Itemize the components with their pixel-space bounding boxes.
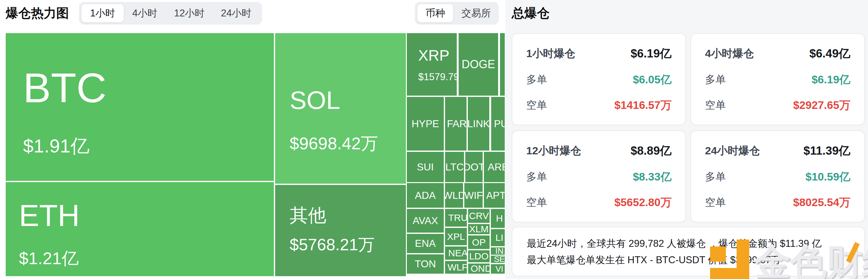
treemap-cell-vi[interactable]: VI — [491, 264, 505, 274]
card-title: 12小时爆仓 — [526, 144, 581, 158]
treemap-cell-label: WIF — [464, 190, 483, 201]
treemap-cell-wif[interactable]: WIF — [464, 183, 483, 208]
treemap-cell-ondo[interactable]: ONDO — [468, 264, 490, 274]
treemap-cell-label: ARB — [488, 161, 505, 173]
treemap-cell-link[interactable]: LINK — [468, 97, 489, 150]
summary-note-card: 最近24小时，全球共有 299,782 人被爆仓 ，爆仓总金额为 $11.39 … — [512, 226, 865, 276]
treemap-cell-label: APT — [486, 190, 505, 201]
liquidation-card-2: 12小时爆仓$8.89亿多单$8.33亿空单$5652.80万 — [512, 130, 686, 222]
treemap-cell-doge[interactable]: DOGE — [459, 33, 498, 96]
view-toggle-group: 币种交易所 — [415, 2, 499, 25]
treemap-cell-label: OP — [472, 237, 486, 248]
treemap-cell-hype[interactable]: HYPE — [407, 97, 444, 150]
card-short-value: $2927.65万 — [793, 98, 850, 113]
treemap-cell-xlm[interactable]: XLM — [468, 224, 490, 234]
treemap-cell-pump[interactable]: PUMP — [491, 97, 505, 150]
treemap-cell-ton[interactable]: TON — [407, 254, 444, 274]
treemap-cell-label: SE — [494, 256, 505, 263]
treemap-cell-arb[interactable]: ARB — [484, 152, 505, 182]
treemap-cell-li[interactable]: LI — [491, 229, 505, 246]
liquidation-card-0: 1小时爆仓$6.19亿多单$6.05亿空单$1416.57万 — [512, 33, 686, 125]
treemap-cell-label: DOGE — [462, 58, 495, 71]
card-long-value: $6.05亿 — [633, 72, 672, 87]
treemap-cell-avax[interactable]: AVAX — [407, 209, 444, 233]
treemap-cell-label: NEAR — [448, 248, 467, 258]
page-title: 爆仓热力图 — [6, 4, 69, 22]
card-long-label: 多单 — [705, 170, 726, 184]
treemap-cell-label: BTC — [23, 65, 274, 111]
treemap-cell-label: SUI — [417, 161, 434, 173]
treemap-cell-in[interactable]: IN — [491, 247, 505, 255]
treemap-cell-crv[interactable]: CRV — [468, 209, 490, 223]
treemap-cell-label: LINK — [468, 118, 489, 130]
treemap-cell-label: WLD — [445, 190, 463, 201]
treemap-cell-wlfi[interactable]: WLFI — [445, 261, 467, 274]
card-total-value: $8.89亿 — [630, 143, 672, 159]
treemap-cell-value: $9698.42万 — [290, 132, 406, 155]
note-line-2: 最大单笔爆仓单发生在 HTX - BTC-USDT 价值 $3399.87万 — [527, 252, 850, 268]
treemap-cell-ldo[interactable]: LDO — [468, 250, 490, 262]
treemap-cell-其他[interactable]: 其他$5768.21万 — [275, 185, 406, 276]
treemap-cell-label: CRV — [469, 211, 489, 221]
card-short-label: 空单 — [705, 195, 726, 210]
treemap-cell-sol[interactable]: SOL$9698.42万 — [275, 33, 406, 184]
card-total-value: $6.49亿 — [809, 46, 850, 62]
card-long-value: $10.59亿 — [805, 170, 850, 184]
liquidation-card-1: 4小时爆仓$6.49亿多单$6.19亿空单$2927.65万 — [690, 33, 865, 125]
treemap-cell-near[interactable]: NEAR — [445, 246, 467, 260]
treemap-cell-label: IN — [495, 247, 503, 255]
treemap-cell-eth[interactable]: ETH$1.21亿 — [6, 182, 274, 276]
liquidation-dashboard: { "header": { "title": "爆仓热力图", "tabs": … — [0, 0, 868, 279]
treemap-cell-label: LDO — [469, 251, 489, 261]
treemap-cell-label: 其他 — [290, 205, 406, 226]
time-tab-group: 1小时4小时12小时24小时 — [79, 2, 262, 25]
treemap-cell-xpl[interactable]: XPL — [445, 228, 467, 245]
treemap-cell-value: $1.91亿 — [23, 134, 274, 159]
time-tab-1[interactable]: 4小时 — [124, 4, 166, 23]
treemap-cell-ltc[interactable]: LTC — [445, 152, 464, 182]
card-short-label: 空单 — [526, 98, 547, 112]
treemap-cell-se[interactable]: SE — [491, 256, 505, 263]
treemap-cell-value: $5768.21万 — [290, 234, 406, 256]
card-long-label: 多单 — [526, 73, 547, 87]
treemap-cell-label: HYPE — [411, 118, 439, 130]
treemap-cell-label: TRUMP — [448, 212, 467, 223]
treemap-cell-op[interactable]: OP — [468, 236, 490, 249]
liquidation-card-3: 24小时爆仓$11.39亿多单$10.59亿空单$8025.54万 — [690, 130, 865, 222]
treemap-cell-label: WLFI — [447, 262, 467, 273]
time-tab-0[interactable]: 1小时 — [82, 4, 124, 23]
treemap-cell-label: H — [496, 213, 503, 224]
treemap-cell-ena[interactable]: ENA — [407, 234, 444, 253]
view-toggle-0[interactable]: 币种 — [417, 4, 453, 23]
treemap-cell-dot[interactable]: DOT — [465, 152, 483, 182]
treemap-cell-trump[interactable]: TRUMP — [445, 209, 467, 226]
card-short-value: $8025.54万 — [793, 195, 850, 210]
liquidation-treemap: BTC$1.91亿ETH$1.21亿SOL$9698.42万其他$5768.21… — [6, 33, 505, 276]
treemap-cell-fartcoin[interactable]: FARTCOIN — [445, 97, 467, 150]
note-line-1: 最近24小时，全球共有 299,782 人被爆仓 ，爆仓总金额为 $11.39 … — [527, 236, 850, 252]
treemap-cell-sui[interactable]: SUI — [407, 152, 444, 182]
view-toggle-1[interactable]: 交易所 — [453, 4, 499, 23]
treemap-cell-ada[interactable]: ADA — [407, 183, 444, 208]
treemap-cell-label: AVAX — [412, 215, 438, 226]
treemap-cell-xrp[interactable]: XRP$1579.79万 — [407, 33, 457, 96]
card-short-label: 空单 — [526, 195, 547, 210]
treemap-cell-apt[interactable]: APT — [484, 183, 505, 208]
treemap-cell-blank[interactable] — [500, 33, 505, 96]
treemap-cell-h[interactable]: H — [491, 209, 505, 228]
time-tab-2[interactable]: 12小时 — [166, 4, 213, 23]
treemap-cell-value: $1.21亿 — [19, 247, 274, 270]
treemap-cell-btc[interactable]: BTC$1.91亿 — [6, 33, 274, 181]
card-title: 1小时爆仓 — [526, 46, 575, 61]
card-short-label: 空单 — [705, 98, 726, 112]
card-short-value: $1416.57万 — [614, 98, 672, 113]
card-long-value: $8.33亿 — [633, 170, 672, 184]
summary-title: 总爆仓 — [512, 4, 550, 22]
time-tab-3[interactable]: 24小时 — [213, 4, 260, 23]
treemap-cell-wld[interactable]: WLD — [445, 183, 463, 208]
card-title: 24小时爆仓 — [705, 144, 760, 158]
card-short-value: $5652.80万 — [614, 195, 672, 210]
treemap-cell-label: LI — [495, 232, 503, 243]
treemap-cell-label: LTC — [445, 161, 464, 173]
summary-cards: 1小时爆仓$6.19亿多单$6.05亿空单$1416.57万4小时爆仓$6.49… — [512, 33, 865, 222]
